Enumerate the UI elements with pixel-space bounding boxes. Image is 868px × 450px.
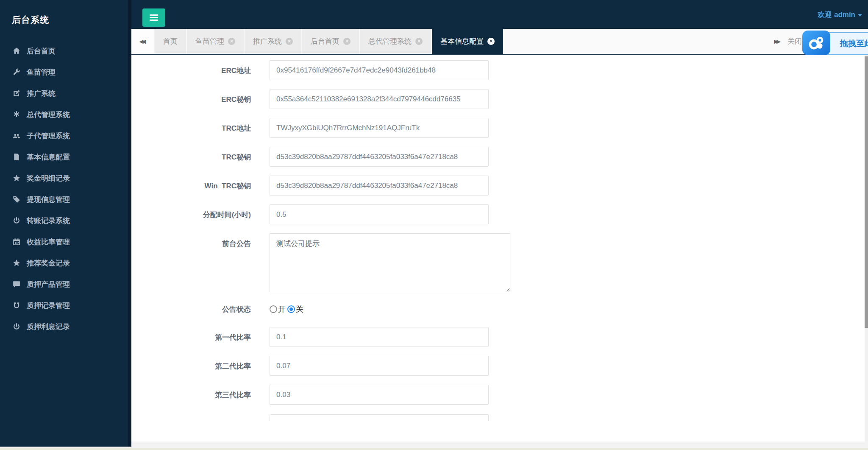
sidebar-toggle-button[interactable] bbox=[142, 8, 165, 27]
tab-label: 后台首页 bbox=[311, 36, 339, 46]
content-scrollbar-track[interactable] bbox=[865, 55, 868, 442]
tab-fry-management[interactable]: 鱼苗管理 bbox=[187, 29, 245, 54]
tabbar: ◀◀ 首页 鱼苗管理 推广系统 后台首页 总代管理系统 基本信息配置 ▶▶ 关闭 bbox=[131, 29, 868, 55]
star-icon bbox=[13, 259, 20, 267]
tab-label: 推广系统 bbox=[253, 36, 282, 46]
sidebar-item-pledge-record[interactable]: 质押记录管理 bbox=[0, 295, 128, 316]
partial-input[interactable] bbox=[270, 414, 489, 421]
sidebar-item-label: 收益比率管理 bbox=[27, 237, 70, 247]
tab-label: 基本信息配置 bbox=[440, 36, 484, 46]
sidebar-item-withdrawal-info[interactable]: 提现信息管理 bbox=[0, 189, 128, 210]
caret-down-icon bbox=[858, 14, 862, 17]
tab-close-icon[interactable] bbox=[228, 38, 235, 45]
sidebar-item-label: 转账记录系统 bbox=[27, 216, 70, 226]
field-label: 第一代比率 bbox=[131, 327, 251, 347]
sidebar-item-backend-home[interactable]: 后台首页 bbox=[0, 40, 128, 61]
gen3-ratio-input[interactable] bbox=[270, 385, 489, 405]
comment-icon bbox=[13, 280, 20, 288]
sidebar-item-fry-management[interactable]: 鱼苗管理 bbox=[0, 61, 128, 83]
trc-address-input[interactable] bbox=[270, 118, 489, 138]
field-label: 公告状态 bbox=[131, 305, 251, 314]
sidebar-item-label: 后台首页 bbox=[27, 46, 56, 56]
trc-key-row: TRC秘钥 bbox=[131, 147, 865, 167]
asterisk-icon bbox=[13, 111, 20, 118]
win-trc-key-row: Win_TRC秘钥 bbox=[131, 176, 865, 196]
gen2-ratio-input[interactable] bbox=[270, 356, 489, 376]
tab-close-icon[interactable] bbox=[487, 38, 495, 45]
gen1-ratio-input[interactable] bbox=[270, 327, 489, 347]
field-label: ERC秘钥 bbox=[131, 89, 251, 109]
basic-info-form: ERC地址 ERC秘钥 TRC地址 TRC秘钥 Win_TRC秘钥 分配时间(小… bbox=[131, 55, 865, 421]
front-notice-textarea[interactable]: 测试公司提示 bbox=[270, 233, 510, 292]
erc-address-input[interactable] bbox=[270, 60, 489, 80]
sidebar-item-label: 基本信息配置 bbox=[27, 152, 70, 162]
tab-close-icon[interactable] bbox=[286, 38, 293, 45]
welcome-label: 欢迎 admin bbox=[818, 11, 855, 19]
tab-promotion-system[interactable]: 推广系统 bbox=[245, 29, 302, 54]
sidebar-item-promotion-system[interactable]: 推广系统 bbox=[0, 83, 128, 104]
win-trc-key-input[interactable] bbox=[270, 176, 489, 196]
sidebar-item-pledge-product[interactable]: 质押产品管理 bbox=[0, 274, 128, 295]
notice-status-off-radio[interactable] bbox=[287, 305, 295, 313]
sidebar-item-transfer-record[interactable]: 转账记录系统 bbox=[0, 210, 128, 231]
trc-key-input[interactable] bbox=[270, 147, 489, 167]
gen1-ratio-row: 第一代比率 bbox=[131, 327, 865, 347]
sidebar-item-income-ratio[interactable]: 收益比率管理 bbox=[0, 231, 128, 252]
sidebar-item-sub-agent-system[interactable]: 子代管理系统 bbox=[0, 125, 128, 146]
user-menu[interactable]: 欢迎 admin bbox=[818, 10, 862, 20]
tab-close-icon[interactable] bbox=[415, 38, 423, 45]
hamburger-icon bbox=[150, 17, 158, 18]
tab-basic-info-config[interactable]: 基本信息配置 bbox=[432, 29, 504, 54]
tag-icon bbox=[13, 196, 20, 203]
sidebar-item-label: 推广系统 bbox=[27, 89, 56, 98]
hamburger-icon bbox=[150, 14, 158, 16]
wrench-icon bbox=[13, 68, 20, 76]
front-notice-row: 前台公告 测试公司提示 bbox=[131, 233, 865, 294]
content-scrollbar-thumb[interactable] bbox=[865, 56, 868, 328]
allocation-time-row: 分配时间(小时) bbox=[131, 204, 865, 224]
sidebar-item-pledge-interest[interactable]: 质押利息记录 bbox=[0, 316, 128, 337]
double-left-arrow-icon: ◀◀ bbox=[139, 38, 146, 45]
sidebar-item-general-agent-system[interactable]: 总代管理系统 bbox=[0, 104, 128, 125]
notice-status-on-label[interactable]: 开 bbox=[278, 304, 286, 314]
edit-icon bbox=[13, 89, 20, 97]
home-icon bbox=[13, 47, 20, 55]
tab-home[interactable]: 首页 bbox=[155, 29, 187, 54]
sidebar-item-label: 鱼苗管理 bbox=[27, 67, 56, 77]
sidebar-item-label: 质押利息记录 bbox=[27, 322, 70, 332]
sidebar-item-label: 质押记录管理 bbox=[27, 301, 70, 310]
erc-key-row: ERC秘钥 bbox=[131, 89, 865, 109]
tabs-scroll-right-button[interactable]: ▶▶ bbox=[774, 29, 779, 54]
field-label: Win_TRC秘钥 bbox=[131, 176, 251, 196]
field-label: 前台公告 bbox=[131, 233, 251, 294]
erc-key-input[interactable] bbox=[270, 89, 489, 109]
tab-general-agent-system[interactable]: 总代管理系统 bbox=[360, 29, 432, 54]
tab-label: 首页 bbox=[163, 36, 178, 46]
topbar: 欢迎 admin bbox=[131, 0, 868, 29]
gen2-ratio-row: 第二代比率 bbox=[131, 356, 865, 376]
sidebar-scrollbar-track[interactable] bbox=[128, 0, 131, 447]
trc-address-row: TRC地址 bbox=[131, 118, 865, 138]
notice-status-off-label[interactable]: 关 bbox=[296, 304, 303, 314]
sidebar-item-label: 质押产品管理 bbox=[27, 280, 70, 289]
calendar-icon bbox=[13, 238, 20, 246]
partial-next-row bbox=[131, 414, 865, 421]
erc-address-row: ERC地址 bbox=[131, 60, 865, 80]
tabs-scroll-left-button[interactable]: ◀◀ bbox=[131, 29, 155, 54]
allocation-time-input[interactable] bbox=[270, 204, 489, 224]
tab-backend-home[interactable]: 后台首页 bbox=[302, 29, 360, 54]
sidebar-item-referral-bonus[interactable]: 推荐奖金记录 bbox=[0, 252, 128, 274]
app-title: 后台系统 bbox=[12, 14, 49, 26]
field-label: TRC秘钥 bbox=[131, 147, 251, 167]
close-tabs-menu-button[interactable]: 关闭 bbox=[787, 29, 802, 54]
tab-label: 鱼苗管理 bbox=[195, 36, 224, 46]
tab-close-icon[interactable] bbox=[343, 38, 351, 45]
notice-status-on-radio[interactable] bbox=[270, 305, 277, 313]
sidebar-item-bonus-detail-record[interactable]: 奖金明细记录 bbox=[0, 168, 128, 189]
sidebar: 后台系统 后台首页 鱼苗管理 推广系统 总代管理系统 子代管理系统 基本信息配置 bbox=[0, 0, 128, 447]
sidebar-menu: 后台首页 鱼苗管理 推广系统 总代管理系统 子代管理系统 基本信息配置 奖金明细… bbox=[0, 40, 128, 337]
sidebar-item-basic-info-config[interactable]: 基本信息配置 bbox=[0, 146, 128, 168]
baidu-netdisk-icon[interactable] bbox=[802, 31, 830, 55]
sidebar-item-label: 提现信息管理 bbox=[27, 195, 70, 204]
power-icon bbox=[13, 323, 20, 330]
